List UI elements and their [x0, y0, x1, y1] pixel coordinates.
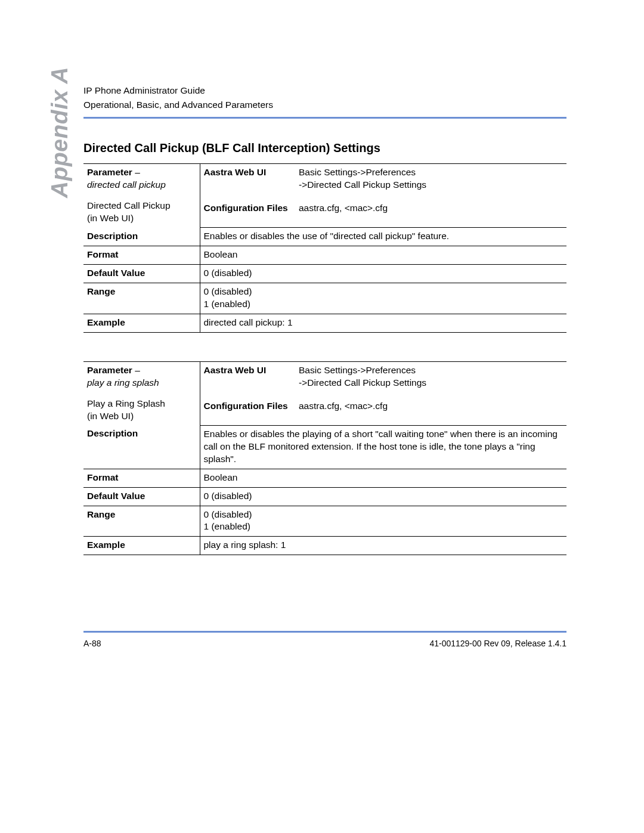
range-label: Range [83, 506, 200, 537]
example-label: Example [83, 537, 200, 555]
doc-subtitle: Operational, Basic, and Advanced Paramet… [83, 98, 566, 112]
format-label: Format [83, 246, 200, 265]
format-value: Boolean [200, 246, 566, 265]
param-italic: play a ring splash [87, 377, 159, 388]
format-value: Boolean [200, 469, 566, 487]
document-page: IP Phone Administrator Guide Operational… [0, 0, 644, 833]
doc-title: IP Phone Administrator Guide [83, 83, 566, 98]
page-header: IP Phone Administrator Guide Operational… [83, 83, 566, 119]
doc-version: 41-001129-00 Rev 09, Release 1.4.1 [429, 639, 566, 648]
range-2: 1 (enabled) [204, 299, 250, 309]
header-divider [83, 117, 566, 119]
default-value: 0 (disabled) [200, 487, 566, 506]
aastra-path2: ->Directed Call Pickup Settings [299, 377, 426, 388]
aastra-label: Aastra Web UI [200, 164, 295, 200]
param-webui-2: (in Web UI) [87, 213, 134, 223]
desc-value: Enables or disables the use of "directed… [200, 228, 566, 246]
aastra-path1: Basic Settings->Preferences [299, 167, 416, 177]
default-label: Default Value [83, 487, 200, 506]
param-webui-1: Play a Ring Splash [87, 398, 165, 408]
param-webui-1: Directed Call Pickup [87, 200, 171, 210]
config-label: Configuration Files [200, 398, 295, 419]
parameter-table-1: Parameter – directed call pickup Directe… [83, 163, 566, 333]
param-italic: directed call pickup [87, 179, 166, 190]
range-1: 0 (disabled) [204, 509, 252, 519]
desc-label: Description [83, 425, 200, 469]
config-label: Configuration Files [200, 200, 295, 221]
param-label: Parameter [87, 365, 132, 375]
param-label: Parameter [87, 167, 132, 177]
footer-divider [83, 631, 566, 633]
page-number: A-88 [83, 639, 101, 648]
param-webui-2: (in Web UI) [87, 411, 134, 421]
range-1: 0 (disabled) [204, 286, 252, 296]
default-value: 0 (disabled) [200, 265, 566, 283]
desc-label: Description [83, 228, 200, 246]
section-title: Directed Call Pickup (BLF Call Intercept… [83, 141, 566, 155]
appendix-side-label: Appendix A [47, 67, 73, 198]
format-label: Format [83, 469, 200, 487]
config-value: aastra.cfg, <mac>.cfg [295, 200, 566, 221]
parameter-table-2: Parameter – play a ring splash Play a Ri… [83, 361, 566, 556]
aastra-path2: ->Directed Call Pickup Settings [299, 179, 426, 190]
example-label: Example [83, 314, 200, 332]
config-value: aastra.cfg, <mac>.cfg [295, 398, 566, 419]
example-value: play a ring splash: 1 [200, 537, 566, 555]
range-label: Range [83, 283, 200, 314]
range-2: 1 (enabled) [204, 521, 250, 531]
aastra-path1: Basic Settings->Preferences [299, 365, 416, 375]
aastra-label: Aastra Web UI [200, 361, 295, 398]
default-label: Default Value [83, 265, 200, 283]
page-footer: A-88 41-001129-00 Rev 09, Release 1.4.1 [83, 631, 566, 648]
example-value: directed call pickup: 1 [200, 314, 566, 332]
desc-value: Enables or disables the playing of a sho… [200, 425, 566, 469]
